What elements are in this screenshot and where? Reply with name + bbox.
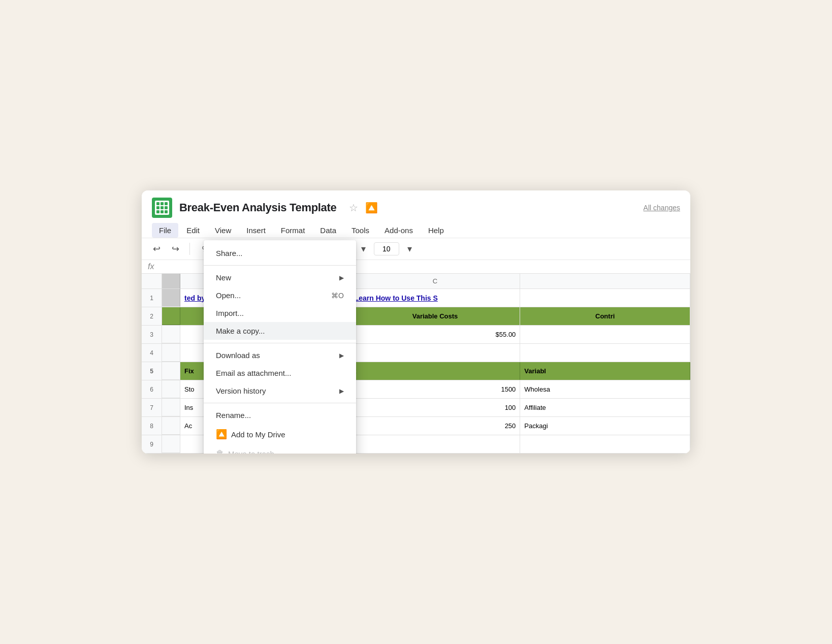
version-history-label: Version history [216, 387, 266, 395]
cell-c3[interactable]: $55.00 [350, 326, 521, 343]
row-num-7[interactable]: 7 [142, 399, 162, 417]
row-num-9[interactable]: 9 [142, 435, 162, 454]
cell-d2[interactable]: Contri [520, 307, 690, 325]
new-label: New [216, 273, 231, 282]
menu-help[interactable]: Help [421, 223, 451, 238]
cell-c1[interactable]: Learn How to Use This S [350, 289, 521, 307]
make-copy-label: Make a copy... [216, 327, 265, 335]
menu-bar: File Edit View Insert Format Data Tools … [142, 222, 690, 238]
row4-left-cell [162, 344, 180, 362]
menu-item-email[interactable]: Email as attachment... [204, 364, 356, 382]
fx-label: fx [148, 262, 154, 271]
menu-data[interactable]: Data [313, 223, 343, 238]
menu-item-rename[interactable]: Rename... [204, 406, 356, 424]
row-headers: 1 2 3 4 5 6 7 8 9 [142, 274, 162, 454]
row5-left-cell [162, 362, 180, 380]
cell-c9[interactable] [350, 435, 521, 453]
toolbar-separator-1 [189, 243, 190, 255]
font-dropdown-icon[interactable]: ▾ [358, 241, 369, 256]
cell-d1[interactable] [520, 289, 690, 307]
menu-view[interactable]: View [208, 223, 238, 238]
row-num-4[interactable]: 4 [142, 344, 162, 362]
undo-icon[interactable]: ↩ [150, 241, 164, 256]
dropdown-divider-2 [204, 343, 356, 343]
cell-c4[interactable] [350, 344, 521, 362]
menu-item-trash: 🗑 Move to trash [204, 444, 356, 454]
drive-add-icon: 🔼 [216, 429, 227, 440]
cell-c2[interactable]: Variable Costs [350, 307, 521, 325]
cell-d8[interactable]: Packagi [520, 417, 690, 435]
menu-edit[interactable]: Edit [179, 223, 207, 238]
new-arrow-icon: ▶ [339, 274, 344, 281]
dropdown-divider-1 [204, 265, 356, 266]
menu-item-version-history[interactable]: Version history ▶ [204, 382, 356, 400]
file-menu-dropdown: Share... New ▶ Open... ⌘O Import... Make… [204, 240, 356, 454]
menu-addons[interactable]: Add-ons [377, 223, 420, 238]
cell-c5[interactable]: t [350, 362, 521, 380]
menu-file[interactable]: File [152, 223, 178, 238]
col-header-d[interactable] [520, 274, 690, 288]
menu-item-share[interactable]: Share... [204, 244, 356, 262]
font-size-input[interactable]: 10 [374, 242, 399, 255]
add-drive-label: Add to My Drive [231, 430, 285, 439]
app-icon [152, 198, 172, 218]
share-label: Share... [216, 249, 243, 257]
open-label: Open... [216, 291, 241, 300]
row6-left-cell [162, 380, 180, 398]
row-num-5[interactable]: 5 [142, 362, 162, 380]
menu-format[interactable]: Format [274, 223, 312, 238]
row8-left-cell [162, 417, 180, 435]
redo-icon[interactable]: ↪ [169, 241, 182, 256]
row-num-1[interactable]: 1 [142, 289, 162, 307]
download-arrow-icon: ▶ [339, 352, 344, 359]
import-label: Import... [216, 309, 244, 317]
font-size-dropdown-icon[interactable]: ▾ [404, 241, 415, 256]
star-icon[interactable]: ☆ [349, 202, 358, 214]
menu-item-new[interactable]: New ▶ [204, 269, 356, 286]
email-label: Email as attachment... [216, 369, 291, 377]
menu-item-make-copy[interactable]: Make a copy... [204, 322, 356, 340]
menu-item-open[interactable]: Open... ⌘O [204, 286, 356, 304]
cell-d7[interactable]: Affiliate [520, 399, 690, 416]
row9-left-cell [162, 435, 180, 453]
row7-left-cell [162, 399, 180, 416]
row-num-6[interactable]: 6 [142, 380, 162, 399]
row2-left-cell [162, 307, 180, 325]
title-bar: Break-Even Analysis Template ☆ 🔼 All cha… [142, 190, 690, 222]
row3-left-cell [162, 326, 180, 343]
menu-item-download[interactable]: Download as ▶ [204, 346, 356, 364]
menu-item-add-drive[interactable]: 🔼 Add to My Drive [204, 424, 356, 444]
drive-icon[interactable]: 🔼 [365, 202, 378, 214]
cell-d6[interactable]: Wholesa [520, 380, 690, 398]
menu-tools[interactable]: Tools [344, 223, 376, 238]
cell-d5[interactable]: Variabl [520, 362, 690, 380]
all-changes-label[interactable]: All changes [644, 204, 680, 212]
trash-label: Move to trash [228, 449, 274, 454]
menu-item-import[interactable]: Import... [204, 304, 356, 322]
document-title: Break-Even Analysis Template [179, 201, 337, 214]
cell-c7[interactable]: 100 [350, 399, 521, 416]
open-shortcut: ⌘O [331, 292, 344, 300]
version-history-arrow-icon: ▶ [339, 388, 344, 395]
row1-left-cell [162, 289, 180, 307]
trash-icon: 🗑 [216, 449, 224, 454]
app-window: Break-Even Analysis Template ☆ 🔼 All cha… [142, 190, 690, 454]
cell-d9[interactable] [520, 435, 690, 453]
cell-c8[interactable]: 250 [350, 417, 521, 435]
cell-c6[interactable]: 1500 [350, 380, 521, 398]
menu-insert[interactable]: Insert [239, 223, 273, 238]
download-label: Download as [216, 351, 260, 360]
rename-label: Rename... [216, 411, 251, 420]
dropdown-divider-3 [204, 403, 356, 403]
col-header-c[interactable]: C [350, 274, 521, 288]
row-num-3[interactable]: 3 [142, 326, 162, 344]
cell-d4[interactable] [520, 344, 690, 362]
row-num-2[interactable]: 2 [142, 307, 162, 326]
row-header-corner [142, 274, 162, 289]
cell-d3[interactable] [520, 326, 690, 343]
corner-cell [162, 274, 180, 289]
row-num-8[interactable]: 8 [142, 417, 162, 435]
title-icons: ☆ 🔼 [349, 202, 378, 214]
